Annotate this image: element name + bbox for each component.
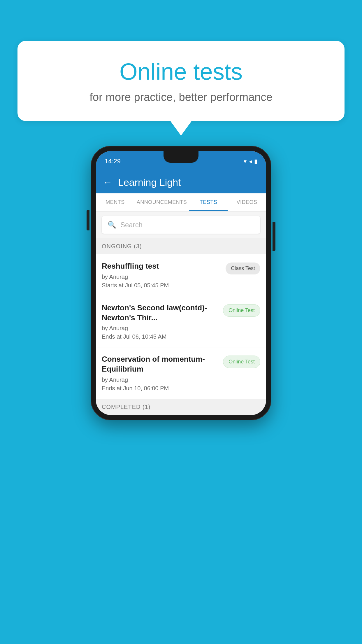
status-icons: ▾ ◂ ▮ bbox=[244, 158, 257, 165]
speech-bubble-container: Online tests for more practice, better p… bbox=[17, 41, 345, 121]
test-badge-2: Online Test bbox=[223, 304, 260, 317]
app-header: ← Learning Light bbox=[96, 172, 266, 193]
wifi-icon: ▾ bbox=[244, 158, 247, 165]
phone-outer: 14:29 ▾ ◂ ▮ ← Learning Light MENTS ANNOU… bbox=[91, 146, 271, 420]
search-input-placeholder[interactable]: Search bbox=[120, 221, 143, 229]
search-icon: 🔍 bbox=[108, 221, 116, 229]
test-author-1: by Anurag bbox=[102, 274, 221, 280]
search-container: 🔍 Search bbox=[96, 211, 266, 238]
speech-bubble-subtitle: for more practice, better performance bbox=[41, 91, 321, 104]
battery-icon: ▮ bbox=[254, 158, 257, 165]
ongoing-title: ONGOING (3) bbox=[102, 243, 142, 249]
test-time-value-1: Jul 05, 05:45 PM bbox=[125, 282, 169, 288]
test-info-1: Reshuffling test by Anurag Starts at Jul… bbox=[102, 261, 226, 289]
test-time-label-3: Ends at bbox=[102, 385, 122, 391]
app-title: Learning Light bbox=[118, 177, 181, 188]
test-time-1: Starts at Jul 05, 05:45 PM bbox=[102, 282, 221, 289]
tabs-container: MENTS ANNOUNCEMENTS TESTS VIDEOS bbox=[96, 193, 266, 211]
tab-tests[interactable]: TESTS bbox=[189, 193, 228, 211]
test-item-3[interactable]: Conservation of momentum-Equilibrium by … bbox=[96, 347, 266, 399]
test-time-label-1: Starts at bbox=[102, 282, 123, 288]
speech-bubble-title: Online tests bbox=[41, 58, 321, 85]
test-time-value-3: Jun 10, 06:00 PM bbox=[123, 385, 169, 391]
test-name-1: Reshuffling test bbox=[102, 261, 221, 271]
completed-section-header: COMPLETED (1) bbox=[96, 399, 266, 415]
test-time-value-2: Jul 06, 10:45 AM bbox=[123, 333, 166, 340]
test-item-2[interactable]: Newton's Second law(contd)-Newton's Thir… bbox=[96, 296, 266, 348]
tab-ments[interactable]: MENTS bbox=[96, 193, 134, 211]
test-time-label-2: Ends at bbox=[102, 333, 122, 340]
notch bbox=[164, 151, 198, 163]
speech-bubble: Online tests for more practice, better p… bbox=[17, 41, 345, 121]
test-badge-1: Class Test bbox=[226, 262, 260, 274]
back-arrow-icon[interactable]: ← bbox=[103, 177, 112, 188]
test-item-1[interactable]: Reshuffling test by Anurag Starts at Jul… bbox=[96, 254, 266, 296]
test-time-3: Ends at Jun 10, 06:00 PM bbox=[102, 385, 218, 392]
status-bar: 14:29 ▾ ◂ ▮ bbox=[96, 151, 266, 172]
test-name-2: Newton's Second law(contd)-Newton's Thir… bbox=[102, 303, 218, 323]
status-time: 14:29 bbox=[105, 158, 121, 165]
test-author-3: by Anurag bbox=[102, 377, 218, 383]
phone-screen: 14:29 ▾ ◂ ▮ ← Learning Light MENTS ANNOU… bbox=[96, 151, 266, 415]
tab-announcements[interactable]: ANNOUNCEMENTS bbox=[134, 193, 189, 211]
phone-wrapper: 14:29 ▾ ◂ ▮ ← Learning Light MENTS ANNOU… bbox=[91, 146, 271, 420]
test-info-3: Conservation of momentum-Equilibrium by … bbox=[102, 354, 223, 392]
test-author-2: by Anurag bbox=[102, 325, 218, 332]
completed-title: COMPLETED (1) bbox=[102, 404, 150, 410]
signal-icon: ◂ bbox=[249, 158, 252, 165]
test-time-2: Ends at Jul 06, 10:45 AM bbox=[102, 333, 218, 340]
test-name-3: Conservation of momentum-Equilibrium bbox=[102, 354, 218, 374]
test-info-2: Newton's Second law(contd)-Newton's Thir… bbox=[102, 303, 223, 340]
test-badge-3: Online Test bbox=[223, 356, 260, 368]
tab-videos[interactable]: VIDEOS bbox=[228, 193, 266, 211]
ongoing-section-header: ONGOING (3) bbox=[96, 238, 266, 254]
search-bar[interactable]: 🔍 Search bbox=[102, 216, 260, 234]
